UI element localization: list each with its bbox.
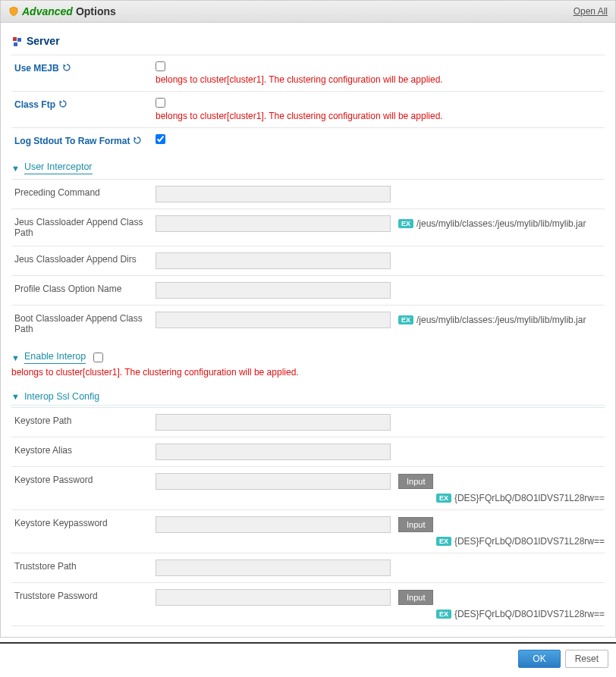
- truststore-password-label: Truststore Password: [11, 588, 156, 604]
- truststore-path-label: Truststore Path: [11, 558, 156, 575]
- jeus-append-class-path-row: Jeus Classloader Append Class Path EX /j…: [11, 208, 605, 246]
- use-mejb-row: Use MEJB belongs to cluster[cluster1]. T…: [11, 55, 605, 91]
- boot-append-class-path-input[interactable]: [156, 312, 391, 328]
- keystore-password-input[interactable]: [156, 473, 391, 490]
- keystore-password-label: Keystore Password: [11, 472, 156, 488]
- svg-rect-1: [17, 38, 21, 42]
- interop-ssl-heading[interactable]: ▼ Interop Ssl Config: [11, 384, 605, 406]
- keystore-path-label: Keystore Path: [11, 412, 156, 429]
- log-stdout-row: Log Stdout To Raw Format: [11, 127, 605, 154]
- keystore-alias-row: Keystore Alias: [11, 437, 605, 466]
- jeus-append-dirs-input[interactable]: [156, 252, 391, 269]
- class-ftp-cluster-note: belongs to cluster[cluster1]. The cluste…: [156, 111, 605, 121]
- use-mejb-checkbox[interactable]: [156, 61, 165, 71]
- enable-interop-checkbox[interactable]: [93, 353, 103, 362]
- boot-append-class-path-example: EX /jeus/mylib/classes:/jeus/mylib/lib/m…: [398, 315, 586, 325]
- ex-tag: EX: [436, 610, 451, 619]
- chevron-down-icon: ▼: [11, 353, 20, 362]
- keystore-alias-label: Keystore Alias: [11, 442, 156, 459]
- svg-rect-2: [14, 42, 17, 46]
- keystore-password-row: Keystore Password Input EX {DES}FQrLbQ/D…: [11, 466, 605, 509]
- ex-tag: EX: [398, 219, 413, 228]
- profile-class-option-row: Profile Class Option Name: [11, 275, 605, 305]
- refresh-icon: [133, 136, 142, 145]
- keystore-keypassword-input-button[interactable]: Input: [398, 517, 433, 532]
- keystore-keypassword-label: Keystore Keypassword: [11, 515, 156, 531]
- chevron-down-icon: ▼: [11, 164, 20, 173]
- boot-append-class-path-label: Boot Classloader Append Class Path: [11, 310, 156, 337]
- refresh-icon: [58, 99, 68, 108]
- truststore-password-example: EX {DES}FQrLbQ/D8O1lDVS71L28rw==: [436, 609, 605, 619]
- header-title: Advanced Options: [8, 5, 116, 17]
- keystore-alias-input[interactable]: [156, 443, 391, 460]
- class-ftp-label: Class Ftp: [11, 96, 156, 113]
- advanced-options-header: Advanced Options Open All: [0, 0, 616, 23]
- preceding-command-row: Preceding Command: [11, 179, 605, 208]
- svg-rect-0: [13, 37, 17, 41]
- reset-button[interactable]: Reset: [565, 650, 608, 668]
- log-stdout-label: Log Stdout To Raw Format: [11, 133, 156, 149]
- jeus-append-dirs-label: Jeus Classloader Append Dirs: [11, 251, 156, 268]
- keystore-password-example: EX {DES}FQrLbQ/D8O1lDVS71L28rw==: [436, 493, 605, 503]
- boot-append-class-path-row: Boot Classloader Append Class Path EX /j…: [11, 305, 605, 342]
- server-title: Server: [27, 35, 60, 47]
- truststore-path-input[interactable]: [156, 559, 391, 576]
- keystore-keypassword-row: Keystore Keypassword Input EX {DES}FQrLb…: [11, 509, 605, 553]
- open-all-link[interactable]: Open All: [574, 6, 608, 17]
- ex-tag: EX: [398, 315, 413, 324]
- chevron-down-icon: ▼: [11, 392, 20, 401]
- enable-interop-toggle[interactable]: ▼ Enable Interop: [11, 351, 86, 364]
- truststore-password-input[interactable]: [156, 589, 391, 606]
- enable-interop-heading: ▼ Enable Interop: [11, 342, 605, 364]
- class-ftp-row: Class Ftp belongs to cluster[cluster1]. …: [11, 91, 605, 127]
- user-interceptor-heading[interactable]: ▼ User Interceptor: [11, 154, 605, 177]
- profile-class-option-input[interactable]: [156, 282, 391, 299]
- keystore-keypassword-input[interactable]: [156, 516, 391, 533]
- truststore-password-input-button[interactable]: Input: [398, 590, 433, 605]
- jeus-append-class-path-input[interactable]: [156, 215, 391, 232]
- enable-interop-cluster-note: belongs to cluster[cluster1]. The cluste…: [11, 364, 605, 384]
- server-icon: [13, 36, 22, 45]
- header-options-text: Options: [76, 5, 116, 17]
- main-panel: Server Use MEJB belongs to cluster[clust…: [0, 23, 616, 638]
- use-mejb-cluster-note: belongs to cluster[cluster1]. The cluste…: [156, 74, 605, 85]
- refresh-icon: [62, 63, 71, 72]
- keystore-keypassword-example: EX {DES}FQrLbQ/D8O1lDVS71L28rw==: [436, 536, 605, 547]
- ex-tag: EX: [436, 494, 451, 503]
- jeus-append-dirs-row: Jeus Classloader Append Dirs: [11, 246, 605, 275]
- truststore-password-row: Truststore Password Input EX {DES}FQrLbQ…: [11, 582, 605, 626]
- preceding-command-input[interactable]: [156, 186, 391, 202]
- profile-class-option-label: Profile Class Option Name: [11, 281, 156, 297]
- jeus-append-class-path-example: EX /jeus/mylib/classes:/jeus/mylib/lib/m…: [398, 218, 586, 229]
- use-mejb-label: Use MEJB: [11, 60, 156, 77]
- shield-icon: [8, 6, 19, 17]
- truststore-path-row: Truststore Path: [11, 553, 605, 582]
- keystore-path-row: Keystore Path: [11, 407, 605, 437]
- keystore-password-input-button[interactable]: Input: [398, 474, 433, 489]
- log-stdout-checkbox[interactable]: [156, 134, 165, 144]
- footer-buttons: OK Reset: [0, 642, 616, 674]
- header-advanced-text: Advanced: [22, 5, 73, 17]
- ex-tag: EX: [436, 537, 451, 546]
- ok-button[interactable]: OK: [518, 650, 560, 668]
- keystore-path-input[interactable]: [156, 414, 391, 431]
- class-ftp-checkbox[interactable]: [156, 98, 165, 108]
- server-section-heading: Server: [11, 30, 605, 55]
- preceding-command-label: Preceding Command: [11, 184, 156, 201]
- jeus-append-class-path-label: Jeus Classloader Append Class Path: [11, 214, 156, 241]
